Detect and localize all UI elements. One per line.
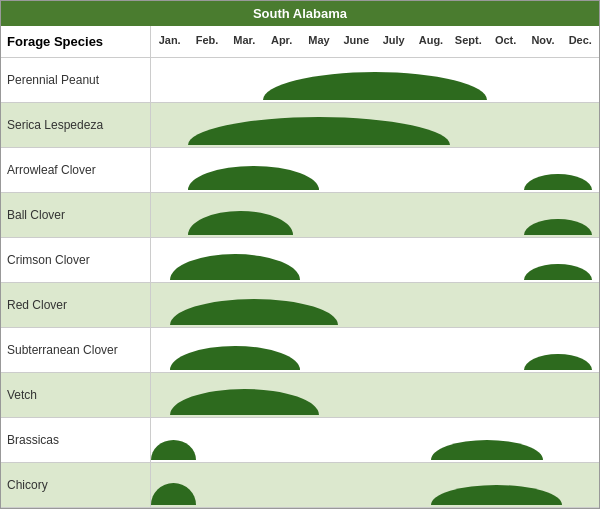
chart-cell xyxy=(151,283,599,327)
species-cell: Arrowleaf Clover xyxy=(1,148,151,192)
chart-cell xyxy=(151,148,599,192)
chart-cell xyxy=(151,463,599,507)
forage-bump xyxy=(431,440,543,460)
month-header-aug: Aug. xyxy=(412,26,449,57)
month-header-sept: Sept. xyxy=(450,26,487,57)
table-row: Perennial Peanut xyxy=(1,58,599,103)
chart-cell xyxy=(151,373,599,417)
chart-cell xyxy=(151,418,599,462)
forage-bump xyxy=(170,299,338,325)
table-row: Chicory xyxy=(1,463,599,508)
month-header-may: May xyxy=(300,26,337,57)
table-row: Serica Lespedeza xyxy=(1,103,599,148)
forage-bump xyxy=(431,485,562,505)
month-header-jan: Jan. xyxy=(151,26,188,57)
forage-bump xyxy=(524,264,591,280)
chart-cell xyxy=(151,103,599,147)
table-row: Brassicas xyxy=(1,418,599,463)
table-row: Crimson Clover xyxy=(1,238,599,283)
forage-bump xyxy=(263,72,487,100)
chart-cell xyxy=(151,328,599,372)
month-header-mar: Mar. xyxy=(226,26,263,57)
forage-bump xyxy=(524,174,591,190)
forage-bump xyxy=(170,346,301,370)
forage-bump xyxy=(188,117,449,145)
species-header: Forage Species xyxy=(1,26,151,57)
chart-cell xyxy=(151,58,599,102)
species-cell: Crimson Clover xyxy=(1,238,151,282)
species-cell: Serica Lespedeza xyxy=(1,103,151,147)
months-header: Jan.Feb.Mar.Apr.MayJuneJulyAug.Sept.Oct.… xyxy=(151,26,599,57)
month-header-oct: Oct. xyxy=(487,26,524,57)
table-row: Ball Clover xyxy=(1,193,599,238)
header-row: Forage Species Jan.Feb.Mar.Apr.MayJuneJu… xyxy=(1,26,599,58)
table-row: Red Clover xyxy=(1,283,599,328)
forage-bump xyxy=(170,389,319,415)
forage-bump xyxy=(524,354,591,370)
chart-container: South Alabama Forage Species Jan.Feb.Mar… xyxy=(0,0,600,509)
month-header-june: June xyxy=(338,26,375,57)
forage-bump xyxy=(188,211,293,235)
table-row: Arrowleaf Clover xyxy=(1,148,599,193)
forage-bump xyxy=(151,440,196,460)
chart-title: South Alabama xyxy=(1,1,599,26)
species-cell: Perennial Peanut xyxy=(1,58,151,102)
month-header-apr: Apr. xyxy=(263,26,300,57)
species-cell: Red Clover xyxy=(1,283,151,327)
title-text: South Alabama xyxy=(253,6,347,21)
species-cell: Chicory xyxy=(1,463,151,507)
forage-bump xyxy=(524,219,591,235)
species-cell: Brassicas xyxy=(1,418,151,462)
chart-cell xyxy=(151,238,599,282)
month-header-feb: Feb. xyxy=(188,26,225,57)
forage-bump xyxy=(170,254,301,280)
species-cell: Ball Clover xyxy=(1,193,151,237)
species-cell: Subterranean Clover xyxy=(1,328,151,372)
month-header-nov: Nov. xyxy=(524,26,561,57)
species-cell: Vetch xyxy=(1,373,151,417)
forage-bump xyxy=(151,483,196,505)
data-rows: Perennial PeanutSerica LespedezaArrowlea… xyxy=(1,58,599,508)
chart-cell xyxy=(151,193,599,237)
table-row: Subterranean Clover xyxy=(1,328,599,373)
month-header-july: July xyxy=(375,26,412,57)
table-row: Vetch xyxy=(1,373,599,418)
forage-bump xyxy=(188,166,319,190)
month-header-dec: Dec. xyxy=(562,26,599,57)
